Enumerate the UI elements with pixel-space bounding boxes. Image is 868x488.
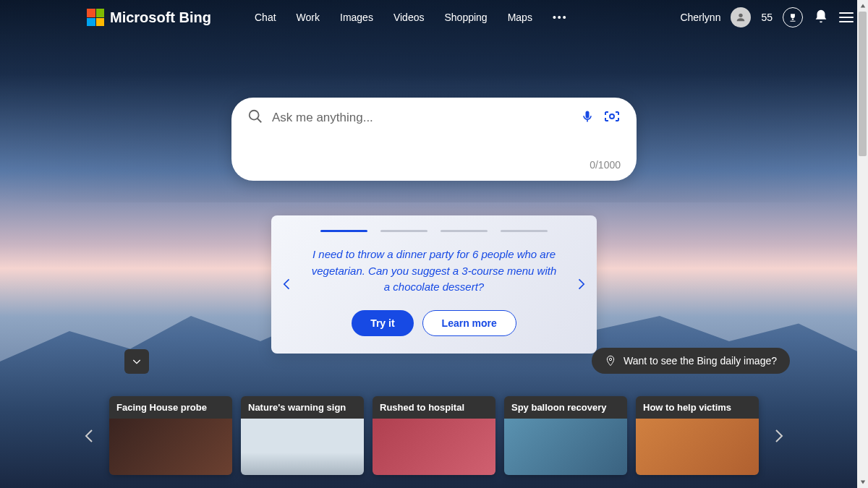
logo-area[interactable]: Microsoft Bing [87, 9, 211, 26]
news-next-button[interactable] [767, 396, 789, 475]
header: Microsoft Bing Chat Work Images Videos S… [0, 0, 868, 35]
search-input[interactable] [272, 111, 571, 125]
search-box: 0/1000 [231, 98, 637, 181]
suggestion-pagination [300, 230, 568, 232]
trophy-icon [788, 12, 798, 22]
scrollbar-down-button[interactable] [857, 476, 868, 488]
rewards-points[interactable]: 55 [761, 12, 773, 23]
microphone-icon [580, 109, 595, 124]
bell-icon [813, 9, 829, 25]
news-card-title: Facing House probe [109, 396, 232, 419]
camera-lens-icon [603, 108, 621, 125]
daily-image-prompt[interactable]: Want to see the Bing daily image? [592, 348, 790, 374]
suggestion-text: I need to throw a dinner party for 6 peo… [300, 247, 568, 296]
chevron-right-icon [770, 427, 787, 445]
char-count: 0/1000 [247, 159, 621, 171]
chevron-right-icon [574, 277, 588, 291]
location-pin-icon [605, 355, 616, 367]
nav-maps[interactable]: Maps [508, 12, 532, 23]
microsoft-logo-icon [87, 9, 104, 26]
image-search-button[interactable] [603, 108, 621, 128]
news-card-title: How to help victims [636, 396, 759, 419]
news-card-2[interactable]: Nature's warning sign [241, 396, 364, 475]
suggestion-prev-button[interactable] [280, 277, 294, 291]
news-card-image [373, 419, 495, 475]
news-card-5[interactable]: How to help victims [636, 396, 759, 475]
svg-point-1 [250, 111, 259, 120]
nav-shopping[interactable]: Shopping [444, 12, 487, 23]
svg-marker-7 [860, 481, 864, 484]
search-icon [247, 108, 263, 127]
pagination-dot-4[interactable] [501, 230, 548, 232]
svg-point-4 [610, 114, 614, 119]
news-card-image [109, 419, 232, 475]
news-card-4[interactable]: Spy balloon recovery [504, 396, 627, 475]
hamburger-menu[interactable] [839, 12, 854, 22]
news-card-title: Nature's warning sign [241, 396, 364, 419]
person-icon [735, 12, 746, 23]
scrollbar-thumb[interactable] [859, 12, 867, 156]
svg-marker-6 [860, 4, 864, 8]
brand-name: Microsoft Bing [110, 9, 211, 26]
nav-chat[interactable]: Chat [255, 12, 276, 23]
avatar[interactable] [731, 7, 751, 27]
top-nav: Chat Work Images Videos Shopping Maps ••… [255, 12, 568, 23]
scrollbar[interactable] [857, 0, 868, 488]
news-card-1[interactable]: Facing House probe [109, 396, 232, 475]
header-right: Cherlynn 55 [680, 7, 854, 27]
suggestion-next-button[interactable] [574, 277, 588, 291]
nav-videos[interactable]: Videos [393, 12, 425, 23]
daily-image-text: Want to see the Bing daily image? [624, 355, 777, 367]
news-card-3[interactable]: Rushed to hospital [373, 396, 495, 475]
nav-work[interactable]: Work [297, 12, 320, 23]
svg-point-5 [609, 358, 611, 360]
svg-line-2 [258, 119, 262, 123]
news-card-image [636, 419, 759, 475]
chevron-down-icon [131, 356, 142, 367]
news-expand-toggle[interactable] [124, 349, 149, 374]
news-prev-button[interactable] [79, 396, 101, 475]
news-card-title: Spy balloon recovery [504, 396, 627, 419]
voice-search-button[interactable] [580, 109, 595, 127]
nav-more-icon[interactable]: ••• [553, 12, 568, 23]
user-name[interactable]: Cherlynn [680, 12, 720, 23]
svg-point-0 [739, 14, 743, 17]
notifications-button[interactable] [813, 9, 829, 27]
try-it-button[interactable]: Try it [352, 310, 413, 336]
news-carousel: Facing House probe Nature's warning sign… [0, 396, 868, 475]
news-card-image [241, 419, 364, 475]
learn-more-button[interactable]: Learn more [422, 310, 516, 336]
chevron-left-icon [280, 277, 294, 291]
suggestion-card: I need to throw a dinner party for 6 peo… [271, 215, 597, 354]
chevron-left-icon [81, 427, 98, 445]
pagination-dot-3[interactable] [441, 230, 488, 232]
news-card-image [504, 419, 627, 475]
nav-images[interactable]: Images [340, 12, 373, 23]
scrollbar-up-button[interactable] [857, 0, 868, 12]
pagination-dot-1[interactable] [320, 230, 367, 232]
news-card-title: Rushed to hospital [373, 396, 495, 419]
rewards-badge[interactable] [783, 7, 803, 27]
pagination-dot-2[interactable] [380, 230, 427, 232]
svg-rect-3 [586, 111, 590, 119]
